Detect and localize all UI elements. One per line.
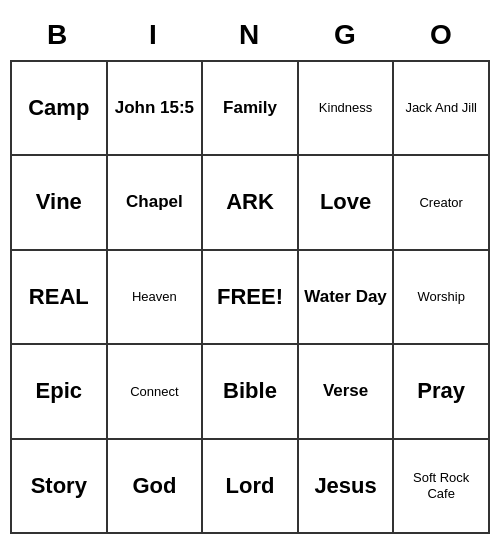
bingo-cell: REAL — [12, 251, 108, 345]
bingo-cell: Jack And Jill — [394, 62, 490, 156]
bingo-cell: Water Day — [299, 251, 395, 345]
bingo-card: BINGO CampJohn 15:5FamilyKindnessJack An… — [10, 10, 490, 534]
bingo-row: CampJohn 15:5FamilyKindnessJack And Jill — [12, 62, 490, 156]
bingo-cell: Pray — [394, 345, 490, 439]
bingo-cell: Connect — [108, 345, 204, 439]
bingo-cell: Chapel — [108, 156, 204, 250]
bingo-cell: Bible — [203, 345, 299, 439]
bingo-cell: Epic — [12, 345, 108, 439]
header-letter: G — [298, 10, 394, 60]
bingo-cell: Heaven — [108, 251, 204, 345]
bingo-cell: Soft Rock Cafe — [394, 440, 490, 534]
header-letter: I — [106, 10, 202, 60]
bingo-cell: God — [108, 440, 204, 534]
bingo-cell: Verse — [299, 345, 395, 439]
bingo-cell: Story — [12, 440, 108, 534]
bingo-row: EpicConnectBibleVersePray — [12, 345, 490, 439]
bingo-cell: Creator — [394, 156, 490, 250]
bingo-cell: Love — [299, 156, 395, 250]
bingo-header: BINGO — [10, 10, 490, 60]
bingo-cell: Lord — [203, 440, 299, 534]
bingo-row: StoryGodLordJesusSoft Rock Cafe — [12, 440, 490, 534]
bingo-row: REALHeavenFREE!Water DayWorship — [12, 251, 490, 345]
bingo-cell: ARK — [203, 156, 299, 250]
bingo-cell: Kindness — [299, 62, 395, 156]
bingo-cell: FREE! — [203, 251, 299, 345]
header-letter: B — [10, 10, 106, 60]
bingo-cell: Worship — [394, 251, 490, 345]
bingo-row: VineChapelARKLoveCreator — [12, 156, 490, 250]
header-letter: N — [202, 10, 298, 60]
bingo-grid: CampJohn 15:5FamilyKindnessJack And Jill… — [10, 60, 490, 534]
header-letter: O — [394, 10, 490, 60]
bingo-cell: Camp — [12, 62, 108, 156]
bingo-cell: Family — [203, 62, 299, 156]
bingo-cell: John 15:5 — [108, 62, 204, 156]
bingo-cell: Vine — [12, 156, 108, 250]
bingo-cell: Jesus — [299, 440, 395, 534]
